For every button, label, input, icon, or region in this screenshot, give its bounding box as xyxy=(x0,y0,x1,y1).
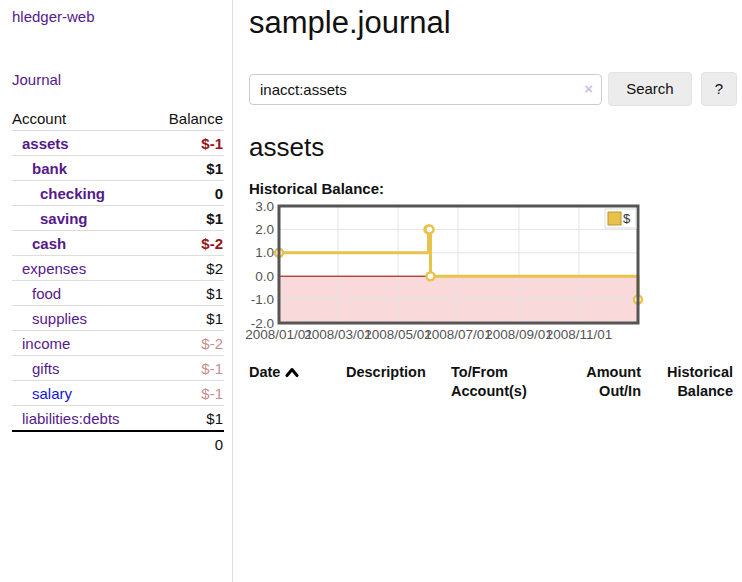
account-balance: $2 xyxy=(152,256,224,281)
legend-label: $ xyxy=(623,211,631,226)
sidebar: hledger-web Journal Account Balance asse… xyxy=(0,0,233,582)
column-header-accounts: To/From Account(s) xyxy=(451,360,569,404)
x-axis-tick-label: 2008/05/01 xyxy=(364,327,432,342)
data-point-marker xyxy=(426,272,434,280)
account-balance: $1 xyxy=(152,281,224,306)
account-row: saving$1 xyxy=(12,206,224,231)
account-row: gifts$-1 xyxy=(12,356,224,381)
account-link[interactable]: supplies xyxy=(32,310,87,327)
account-link[interactable]: saving xyxy=(40,210,88,227)
column-header-description: Description xyxy=(346,360,451,404)
account-row: liabilities:debts$1 xyxy=(12,406,224,432)
account-row: expenses$2 xyxy=(12,256,224,281)
y-axis-tick-label: 0.0 xyxy=(255,269,274,284)
account-balance: $-2 xyxy=(152,231,224,256)
account-row: salary$-1 xyxy=(12,381,224,406)
clear-search-icon[interactable]: × xyxy=(584,81,593,97)
x-axis-tick-label: 2008/07/01 xyxy=(424,327,492,342)
total-balance: 0 xyxy=(152,431,224,456)
account-balance: $1 xyxy=(152,406,224,432)
sidebar-item-journal[interactable]: Journal xyxy=(12,71,61,88)
register-table: Date Description To/From Account(s) Amou… xyxy=(249,360,737,404)
brand-link[interactable]: hledger-web xyxy=(12,8,95,25)
y-axis-tick-label: 1.0 xyxy=(255,245,274,260)
search-button[interactable]: Search xyxy=(608,72,692,106)
account-tree-header: Account Balance xyxy=(12,106,224,131)
account-link[interactable]: salary xyxy=(32,385,72,402)
search-form: × Search ? xyxy=(249,72,737,106)
account-row: income$-2 xyxy=(12,331,224,356)
sort-ascending-icon xyxy=(285,367,299,378)
account-row: food$1 xyxy=(12,281,224,306)
account-link[interactable]: bank xyxy=(32,160,67,177)
column-header-amount: Amount Out/In xyxy=(569,360,649,404)
y-axis-tick-label: 2.0 xyxy=(255,222,274,237)
account-link[interactable]: assets xyxy=(22,135,69,152)
account-row: assets$-1 xyxy=(12,131,224,156)
account-link[interactable]: gifts xyxy=(32,360,60,377)
account-balance: 0 xyxy=(152,181,224,206)
account-heading: assets xyxy=(249,132,737,163)
account-link[interactable]: income xyxy=(22,335,70,352)
main-panel: sample.journal × Search ? assets Histori… xyxy=(233,0,742,582)
app-window: hledger-web Journal Account Balance asse… xyxy=(0,0,742,582)
account-balance: $-2 xyxy=(152,331,224,356)
account-balance: $-1 xyxy=(152,131,224,156)
register-header-row: Date Description To/From Account(s) Amou… xyxy=(249,360,737,404)
account-balance: $1 xyxy=(152,156,224,181)
historical-balance-chart: 3.02.01.00.0-1.0-2.02008/01/012008/03/01… xyxy=(249,202,651,346)
help-button[interactable]: ? xyxy=(701,72,737,106)
account-row: bank$1 xyxy=(12,156,224,181)
account-balance: $1 xyxy=(152,206,224,231)
y-axis-tick-label: -1.0 xyxy=(251,292,274,307)
account-link[interactable]: cash xyxy=(32,235,66,252)
account-link[interactable]: liabilities:debts xyxy=(22,410,120,427)
account-row: cash$-2 xyxy=(12,231,224,256)
search-box: × xyxy=(249,74,602,105)
account-link[interactable]: food xyxy=(32,285,61,302)
page-title: sample.journal xyxy=(249,5,737,41)
balance-column-header: Balance xyxy=(152,106,224,131)
x-axis-tick-label: 2008/01/01 xyxy=(245,327,313,342)
account-link[interactable]: checking xyxy=(40,185,105,202)
account-row: checking0 xyxy=(12,181,224,206)
data-point-marker xyxy=(425,225,433,233)
account-tree: Account Balance assets$-1bank$1checking0… xyxy=(12,106,224,456)
account-balance: $-1 xyxy=(152,356,224,381)
account-column-header: Account xyxy=(12,106,152,131)
x-axis-tick-label: 2008/09/01 xyxy=(485,327,553,342)
account-link[interactable]: expenses xyxy=(22,260,86,277)
account-tree-total-row: 0 xyxy=(12,431,224,456)
x-axis-tick-label: 2008/03/01 xyxy=(304,327,372,342)
account-balance: $-1 xyxy=(152,381,224,406)
legend-swatch xyxy=(608,212,621,225)
account-balance: $1 xyxy=(152,306,224,331)
search-input[interactable] xyxy=(249,74,602,105)
chart-label: Historical Balance: xyxy=(249,180,737,197)
x-axis-tick-label: 2008/11/01 xyxy=(546,327,613,342)
account-row: supplies$1 xyxy=(12,306,224,331)
column-header-balance: Historical Balance xyxy=(649,360,737,404)
y-axis-tick-label: 3.0 xyxy=(255,199,274,214)
column-header-date[interactable]: Date xyxy=(249,360,346,404)
